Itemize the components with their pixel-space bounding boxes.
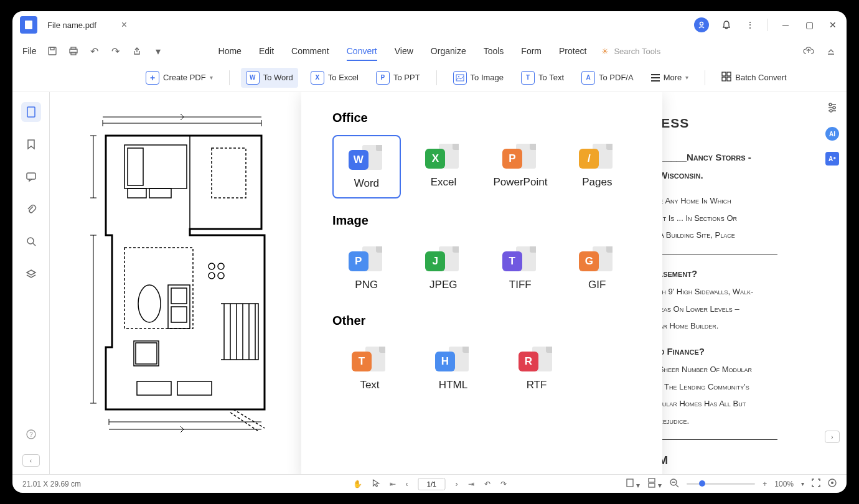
last-page-icon[interactable]: ⇥ <box>468 480 474 488</box>
convert-option-excel[interactable]: XExcel <box>410 135 477 198</box>
print-icon[interactable] <box>68 45 79 57</box>
convert-option-rtf[interactable]: RRTF <box>499 338 574 399</box>
option-label: Text <box>360 379 379 391</box>
svg-rect-41 <box>649 483 655 487</box>
section-title-other: Other <box>332 314 631 328</box>
search-placeholder[interactable]: Search Tools <box>614 47 660 56</box>
convert-option-powerpoint[interactable]: PPowerPoint <box>486 135 554 198</box>
convert-option-pages[interactable]: /Pages <box>563 135 631 198</box>
convert-option-word[interactable]: WWord <box>332 135 401 198</box>
bell-icon[interactable] <box>720 19 733 31</box>
image-icon <box>453 71 467 85</box>
menu-view[interactable]: View <box>395 46 413 56</box>
sparkle-icon: ☀ <box>601 47 609 56</box>
svg-point-7 <box>458 76 459 77</box>
powerpoint-icon: P <box>502 149 522 169</box>
collapse-right-icon[interactable]: › <box>825 431 840 443</box>
page-dimensions: 21.01 X 29.69 cm <box>22 480 81 488</box>
zoom-slider[interactable] <box>687 483 755 485</box>
svg-rect-10 <box>722 77 726 81</box>
collapse-left-icon[interactable]: ‹ <box>22 454 40 467</box>
svg-point-37 <box>833 106 835 109</box>
attachments-button[interactable] <box>21 199 41 219</box>
batch-convert-button[interactable]: Batch Convert <box>716 68 791 86</box>
file-menu[interactable]: File <box>22 46 37 56</box>
file-tab[interactable]: File name.pdf × <box>47 19 127 30</box>
statusbar: 21.01 X 29.69 cm ✋ ⇤ ‹ › ⇥ ↶ ↷ ▾ ▾ + 100… <box>12 474 847 493</box>
search-button[interactable] <box>21 231 41 251</box>
to-excel-button[interactable]: X To Excel <box>306 68 364 88</box>
png-icon: P <box>349 251 368 271</box>
menu-organize[interactable]: Organize <box>431 46 466 56</box>
convert-option-html[interactable]: HHTML <box>416 338 491 399</box>
dropdown-icon[interactable]: ▾ <box>153 45 164 57</box>
translate-button[interactable]: A⁺ <box>825 152 839 166</box>
menu-edit[interactable]: Edit <box>259 46 274 56</box>
settings-icon[interactable] <box>827 102 838 116</box>
convert-option-text[interactable]: TText <box>332 338 407 399</box>
hand-tool-icon[interactable]: ✋ <box>353 480 362 488</box>
thumbnails-button[interactable] <box>21 102 41 122</box>
rotate-left-icon[interactable]: ↶ <box>484 480 491 488</box>
to-word-button[interactable]: W To Word <box>241 68 298 88</box>
to-ppt-button[interactable]: P To PPT <box>371 68 425 88</box>
comments-button[interactable] <box>21 167 41 187</box>
cloud-icon[interactable] <box>803 45 814 57</box>
minimize-icon[interactable]: ─ <box>779 19 792 31</box>
to-text-button[interactable]: T To Text <box>516 68 569 88</box>
titlebar: File name.pdf × ⋮ ─ ▢ ✕ <box>12 11 847 39</box>
menu-protect[interactable]: Protect <box>559 46 586 56</box>
convert-option-png[interactable]: PPNG <box>332 238 401 299</box>
bookmarks-button[interactable] <box>21 134 41 154</box>
svg-rect-1 <box>49 47 56 55</box>
document-area: Darkness ular Homes______Nancy Storrs - … <box>50 92 818 474</box>
to-pdfa-button[interactable]: A To PDF/A <box>576 68 639 88</box>
kebab-menu-icon[interactable]: ⋮ <box>744 19 756 31</box>
first-page-icon[interactable]: ⇤ <box>390 480 396 488</box>
convert-option-tiff[interactable]: TTIFF <box>486 238 555 299</box>
maximize-icon[interactable]: ▢ <box>803 19 815 31</box>
menu-form[interactable]: Form <box>521 46 542 56</box>
undo-icon[interactable]: ↶ <box>89 45 100 57</box>
text-icon: T <box>352 352 372 371</box>
svg-text:?: ? <box>29 431 33 438</box>
view-mode-icon[interactable]: ▾ <box>626 478 640 490</box>
batch-icon <box>721 72 731 83</box>
svg-rect-39 <box>627 479 633 487</box>
zoom-out-icon[interactable] <box>669 478 679 490</box>
menu-convert[interactable]: Convert <box>347 46 377 56</box>
read-mode-icon[interactable] <box>828 478 837 489</box>
more-button[interactable]: More ▾ <box>646 70 694 85</box>
menu-comment[interactable]: Comment <box>291 46 329 56</box>
tab-close-icon[interactable]: × <box>121 19 127 30</box>
menu-home[interactable]: Home <box>218 46 242 56</box>
select-tool-icon[interactable] <box>372 478 380 489</box>
prev-page-icon[interactable]: ‹ <box>406 480 408 488</box>
menu-tools[interactable]: Tools <box>484 46 504 56</box>
share-icon[interactable] <box>131 45 143 57</box>
right-sidebar: AI A⁺ › <box>818 92 847 474</box>
close-icon[interactable]: ✕ <box>827 19 839 31</box>
help-button[interactable]: ? <box>21 424 41 444</box>
user-avatar[interactable] <box>694 17 709 32</box>
layers-button[interactable] <box>21 264 41 284</box>
next-page-icon[interactable]: › <box>456 480 458 488</box>
rotate-right-icon[interactable]: ↷ <box>500 480 507 488</box>
fullscreen-icon[interactable] <box>812 478 820 489</box>
redo-icon[interactable]: ↷ <box>110 45 121 57</box>
to-image-button[interactable]: To Image <box>448 68 509 88</box>
page-input[interactable] <box>418 478 446 490</box>
scroll-mode-icon[interactable]: ▾ <box>647 478 662 490</box>
word-icon: W <box>349 150 368 170</box>
zoom-in-icon[interactable]: + <box>763 480 767 488</box>
create-pdf-button[interactable]: + Create PDF ▾ <box>141 68 218 88</box>
zoom-value: 100% <box>774 480 794 488</box>
convert-option-jpeg[interactable]: JJPEG <box>410 238 478 299</box>
option-label: JPEG <box>430 279 457 291</box>
ai-button[interactable]: AI <box>825 127 839 141</box>
convert-option-gif[interactable]: GGIF <box>563 238 632 299</box>
chevron-up-icon[interactable] <box>825 45 837 57</box>
section-title-office: Office <box>332 111 631 125</box>
save-icon[interactable] <box>47 45 58 57</box>
svg-point-36 <box>829 103 832 106</box>
